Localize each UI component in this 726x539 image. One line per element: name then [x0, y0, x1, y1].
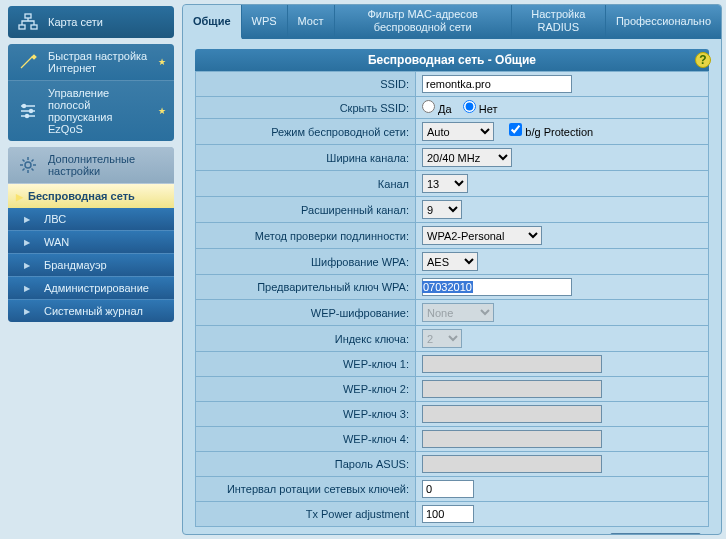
svg-rect-2: [31, 25, 37, 29]
bullet-icon: ▶: [24, 261, 30, 270]
tab-label: Настройка RADIUS: [522, 8, 595, 33]
hide-ssid-yes[interactable]: Да: [422, 103, 452, 115]
wepenc-label: WEP-шифрование:: [196, 300, 416, 326]
bg-protection-checkbox[interactable]: [509, 123, 522, 136]
sidebar-item-admin[interactable]: ▶ Администрирование: [8, 277, 174, 300]
main-panel: Общие WPS Мост Фильтр MAC-адресов беспро…: [182, 4, 722, 535]
bullet-icon: ▶: [24, 238, 30, 247]
tab-bridge[interactable]: Мост: [288, 5, 335, 37]
keyidx-select: 2: [422, 329, 462, 348]
settings-form: SSID: Скрыть SSID: Да Нет Режим беспрово…: [195, 71, 709, 527]
sidebar-label: Беспроводная сеть: [28, 190, 135, 202]
tab-label: Общие: [193, 15, 231, 28]
panel-title-text: Беспроводная сеть - Общие: [368, 53, 536, 67]
psk-label: Предварительный ключ WPA:: [196, 275, 416, 300]
tab-label: Мост: [298, 15, 324, 28]
sidebar-label: ЛВС: [44, 213, 66, 225]
psk-value-highlight: 07032010: [422, 281, 473, 293]
sidebar-label: Администрирование: [44, 282, 149, 294]
tab-wps[interactable]: WPS: [242, 5, 288, 37]
sidebar-label: Управление полосой пропускания EzQoS: [48, 87, 150, 135]
sidebar-label: Карта сети: [48, 16, 103, 28]
wand-icon: [16, 52, 40, 72]
tab-general[interactable]: Общие: [183, 5, 242, 39]
tab-label: WPS: [252, 15, 277, 28]
radio-no[interactable]: [463, 100, 476, 113]
chwidth-label: Ширина канала:: [196, 145, 416, 171]
svg-point-3: [23, 105, 26, 108]
extch-select[interactable]: 9: [422, 200, 462, 219]
txpwr-label: Tx Power adjustment: [196, 502, 416, 527]
asuspw-input: [422, 455, 602, 473]
chwidth-select[interactable]: 20/40 MHz: [422, 148, 512, 167]
sidebar-label: Быстрая настройка Интернет: [48, 50, 150, 74]
gear-icon: [16, 155, 40, 175]
svg-rect-0: [25, 14, 31, 18]
tab-macfilter[interactable]: Фильтр MAC-адресов беспроводной сети: [335, 5, 512, 37]
tab-label: Фильтр MAC-адресов беспроводной сети: [345, 8, 501, 33]
sidebar-item-lan[interactable]: ▶ ЛВС: [8, 208, 174, 231]
extch-label: Расширенный канал:: [196, 197, 416, 223]
hide-ssid-no[interactable]: Нет: [463, 103, 498, 115]
sidebar-item-wan[interactable]: ▶ WAN: [8, 231, 174, 254]
wep4-label: WEP-ключ 4:: [196, 427, 416, 452]
wep2-label: WEP-ключ 2:: [196, 377, 416, 402]
wpaenc-select[interactable]: AES: [422, 252, 478, 271]
sidebar-item-adv-settings[interactable]: Дополнительные настройки: [8, 147, 174, 184]
txpwr-input[interactable]: [422, 505, 474, 523]
asuspw-label: Пароль ASUS:: [196, 452, 416, 477]
wep1-input: [422, 355, 602, 373]
sidebar: Карта сети Быстрая настройка Интернет ★ …: [0, 0, 182, 539]
ssid-label: SSID:: [196, 72, 416, 97]
sidebar-label: Брандмауэр: [44, 259, 107, 271]
sidebar-label: Системный журнал: [44, 305, 143, 317]
svg-point-6: [25, 162, 31, 168]
bullet-icon: ▶: [24, 284, 30, 293]
svg-point-4: [30, 110, 33, 113]
sidebar-item-network-map[interactable]: Карта сети: [8, 6, 174, 38]
wep3-input: [422, 405, 602, 423]
tab-pro[interactable]: Профессионально: [606, 5, 721, 37]
panel-title: Беспроводная сеть - Общие: [195, 49, 709, 71]
sidebar-item-wireless-active[interactable]: ▶ Беспроводная сеть: [8, 184, 174, 208]
tab-label: Профессионально: [616, 15, 711, 28]
svg-point-5: [26, 115, 29, 118]
ssid-input[interactable]: [422, 75, 572, 93]
channel-select[interactable]: 13: [422, 174, 468, 193]
bg-protection-check[interactable]: b/g Protection: [509, 126, 593, 138]
help-icon[interactable]: ?: [695, 52, 711, 68]
rotate-input[interactable]: [422, 480, 474, 498]
tab-radius[interactable]: Настройка RADIUS: [512, 5, 606, 37]
auth-label: Метод проверки подлинности:: [196, 223, 416, 249]
wep2-input: [422, 380, 602, 398]
radio-yes[interactable]: [422, 100, 435, 113]
wep1-label: WEP-ключ 1:: [196, 352, 416, 377]
star-icon: ★: [158, 106, 166, 116]
mode-select[interactable]: Auto: [422, 122, 494, 141]
star-icon: ★: [158, 57, 166, 67]
sidebar-item-quick-setup[interactable]: Быстрая настройка Интернет ★: [8, 44, 174, 81]
rotate-label: Интервал ротации сетевых ключей:: [196, 477, 416, 502]
network-map-icon: [16, 12, 40, 32]
arrow-right-icon: ▶: [16, 192, 23, 202]
sidebar-item-bandwidth[interactable]: Управление полосой пропускания EzQoS ★: [8, 81, 174, 141]
sidebar-label: WAN: [44, 236, 69, 248]
bullet-icon: ▶: [24, 307, 30, 316]
sidebar-item-firewall[interactable]: ▶ Брандмауэр: [8, 254, 174, 277]
sliders-icon: [16, 101, 40, 121]
apply-button[interactable]: Применить: [610, 533, 701, 535]
mode-label: Режим беспроводной сети:: [196, 119, 416, 145]
svg-rect-1: [19, 25, 25, 29]
keyidx-label: Индекс ключа:: [196, 326, 416, 352]
tab-bar: Общие WPS Мост Фильтр MAC-адресов беспро…: [183, 5, 721, 39]
wep4-input: [422, 430, 602, 448]
hide-ssid-label: Скрыть SSID:: [196, 97, 416, 119]
wepenc-select: None: [422, 303, 494, 322]
wpaenc-label: Шифрование WPA:: [196, 249, 416, 275]
sidebar-item-syslog[interactable]: ▶ Системный журнал: [8, 300, 174, 322]
wep3-label: WEP-ключ 3:: [196, 402, 416, 427]
auth-select[interactable]: WPA2-Personal: [422, 226, 542, 245]
bullet-icon: ▶: [24, 215, 30, 224]
channel-label: Канал: [196, 171, 416, 197]
sidebar-label: Дополнительные настройки: [48, 153, 166, 177]
